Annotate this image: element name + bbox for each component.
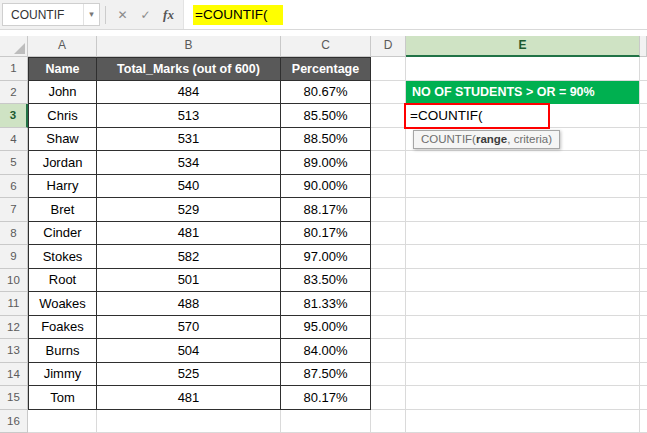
cell-C8[interactable]: 80.17% — [281, 222, 371, 246]
row-header-1[interactable]: 1 — [0, 57, 28, 81]
cell-E7[interactable] — [406, 198, 640, 222]
cell-A5[interactable]: Jordan — [28, 151, 97, 175]
banner-cell[interactable]: NO OF STUDENTS > OR = 90% — [406, 81, 639, 105]
row-header-13[interactable]: 13 — [0, 339, 28, 363]
col-header-B[interactable]: B — [97, 36, 281, 57]
row-header-12[interactable]: 12 — [0, 316, 28, 340]
col-header-A[interactable]: A — [28, 36, 97, 57]
cell-D16[interactable] — [371, 410, 406, 433]
row-header-16[interactable]: 16 — [0, 410, 28, 433]
cell-E6[interactable] — [406, 175, 640, 199]
cancel-icon[interactable]: ✕ — [111, 3, 134, 26]
cell-E9[interactable] — [406, 245, 640, 269]
cell-C6[interactable]: 90.00% — [281, 175, 371, 199]
active-cell-e3[interactable]: =COUNTIF( — [404, 103, 550, 129]
cell-D14[interactable] — [371, 363, 406, 387]
cell-C2[interactable]: 80.67% — [281, 81, 371, 105]
cell-B7[interactable]: 529 — [97, 198, 281, 222]
cell-A9[interactable]: Stokes — [28, 245, 97, 269]
cell-C1[interactable]: Percentage — [281, 57, 371, 81]
row-header-2[interactable]: 2 — [0, 81, 28, 105]
cell-C15[interactable]: 80.17% — [281, 386, 371, 410]
cell-B16[interactable] — [97, 410, 281, 433]
cell-C11[interactable]: 81.33% — [281, 292, 371, 316]
cell-D3[interactable] — [371, 104, 406, 128]
cell-B2[interactable]: 484 — [97, 81, 281, 105]
cell-D2[interactable] — [371, 81, 406, 105]
row-header-14[interactable]: 14 — [0, 363, 28, 387]
cell-C4[interactable]: 88.50% — [281, 128, 371, 152]
cell-A7[interactable]: Bret — [28, 198, 97, 222]
row-header-4[interactable]: 4 — [0, 128, 28, 152]
cell-B6[interactable]: 540 — [97, 175, 281, 199]
cell-C13[interactable]: 84.00% — [281, 339, 371, 363]
cell-D1[interactable] — [371, 57, 406, 81]
row-header-3[interactable]: 3 — [0, 104, 28, 128]
row-header-15[interactable]: 15 — [0, 386, 28, 410]
col-header-D[interactable]: D — [371, 36, 406, 57]
cell-E14[interactable] — [406, 363, 640, 387]
cell-A15[interactable]: Tom — [28, 386, 97, 410]
cell-B9[interactable]: 582 — [97, 245, 281, 269]
cell-A6[interactable]: Harry — [28, 175, 97, 199]
col-header-E[interactable]: E — [406, 36, 640, 57]
select-all-corner[interactable] — [0, 36, 28, 57]
cell-E12[interactable] — [406, 316, 640, 340]
cell-D8[interactable] — [371, 222, 406, 246]
cell-A11[interactable]: Woakes — [28, 292, 97, 316]
cell-E10[interactable] — [406, 269, 640, 293]
name-box[interactable]: COUNTIF ▾ — [2, 3, 100, 26]
cell-D13[interactable] — [371, 339, 406, 363]
cell-C9[interactable]: 97.00% — [281, 245, 371, 269]
cell-B13[interactable]: 504 — [97, 339, 281, 363]
cell-E15[interactable] — [406, 386, 640, 410]
cell-E16[interactable] — [406, 410, 640, 433]
enter-icon[interactable]: ✓ — [134, 3, 157, 26]
cell-E5[interactable] — [406, 151, 640, 175]
row-header-9[interactable]: 9 — [0, 245, 28, 269]
insert-function-icon[interactable]: fx — [157, 3, 180, 26]
cell-D4[interactable] — [371, 128, 406, 152]
row-header-5[interactable]: 5 — [0, 151, 28, 175]
cell-C10[interactable]: 83.50% — [281, 269, 371, 293]
cell-A2[interactable]: John — [28, 81, 97, 105]
cell-E1[interactable] — [406, 57, 640, 81]
row-header-11[interactable]: 11 — [0, 292, 28, 316]
cell-C3[interactable]: 85.50% — [281, 104, 371, 128]
cell-A4[interactable]: Shaw — [28, 128, 97, 152]
cell-B3[interactable]: 513 — [97, 104, 281, 128]
formula-input[interactable]: =COUNTIF( — [183, 0, 647, 29]
cell-A3[interactable]: Chris — [28, 104, 97, 128]
cell-D15[interactable] — [371, 386, 406, 410]
cell-B10[interactable]: 501 — [97, 269, 281, 293]
cell-A13[interactable]: Burns — [28, 339, 97, 363]
cell-A14[interactable]: Jimmy — [28, 363, 97, 387]
name-box-dropdown-icon[interactable]: ▾ — [83, 4, 99, 25]
cell-C14[interactable]: 87.50% — [281, 363, 371, 387]
cell-B14[interactable]: 525 — [97, 363, 281, 387]
col-header-C[interactable]: C — [281, 36, 371, 57]
cell-D12[interactable] — [371, 316, 406, 340]
cell-D9[interactable] — [371, 245, 406, 269]
row-header-7[interactable]: 7 — [0, 198, 28, 222]
cell-D5[interactable] — [371, 151, 406, 175]
cell-C16[interactable] — [281, 410, 371, 433]
cell-A1[interactable]: Name — [28, 57, 97, 81]
cell-A16[interactable] — [28, 410, 97, 433]
cell-B12[interactable]: 570 — [97, 316, 281, 340]
cell-C7[interactable]: 88.17% — [281, 198, 371, 222]
cell-A8[interactable]: Cinder — [28, 222, 97, 246]
cell-D11[interactable] — [371, 292, 406, 316]
cell-A10[interactable]: Root — [28, 269, 97, 293]
cell-B5[interactable]: 534 — [97, 151, 281, 175]
cell-C12[interactable]: 95.00% — [281, 316, 371, 340]
row-header-10[interactable]: 10 — [0, 269, 28, 293]
cell-B1[interactable]: Total_Marks (out of 600) — [97, 57, 281, 81]
row-header-6[interactable]: 6 — [0, 175, 28, 199]
cell-A12[interactable]: Foakes — [28, 316, 97, 340]
row-header-8[interactable]: 8 — [0, 222, 28, 246]
cell-E13[interactable] — [406, 339, 640, 363]
cell-B11[interactable]: 488 — [97, 292, 281, 316]
cell-B8[interactable]: 481 — [97, 222, 281, 246]
cell-E11[interactable] — [406, 292, 640, 316]
